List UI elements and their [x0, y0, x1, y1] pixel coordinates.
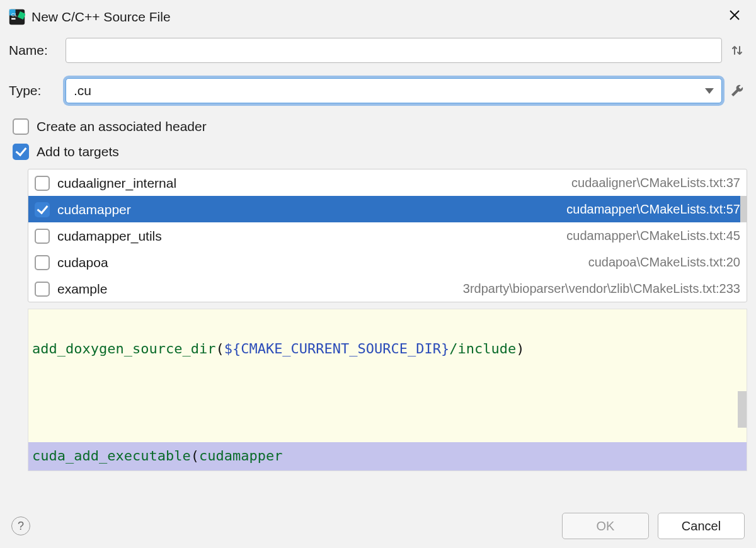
- dialog-footer: ? OK Cancel: [0, 504, 756, 548]
- chevron-down-icon: [705, 88, 714, 94]
- target-checkbox[interactable]: [35, 176, 50, 191]
- name-label: Name:: [9, 43, 66, 58]
- target-name: cudaaligner_internal: [57, 176, 571, 191]
- target-row[interactable]: example3rdparty\bioparser\vendor\zlib\CM…: [28, 275, 747, 302]
- app-icon: CL: [9, 9, 25, 25]
- target-checkbox[interactable]: [35, 202, 50, 217]
- close-icon[interactable]: [724, 6, 745, 28]
- create-header-label: Create an associated header: [37, 119, 207, 134]
- target-checkbox[interactable]: [35, 255, 50, 270]
- target-row[interactable]: cudamapper_utilscudamapper\CMakeLists.tx…: [28, 222, 747, 249]
- name-row: Name:: [9, 38, 747, 63]
- type-row: Type: .cu: [9, 78, 747, 103]
- targets-list: cudaaligner_internalcudaaligner\CMakeLis…: [28, 169, 747, 302]
- code-fn: add_doxygen_source_dir: [32, 341, 215, 357]
- form-area: Name: Type: .cu Create an associated hea…: [0, 38, 756, 160]
- target-name: cudamapper: [57, 202, 566, 217]
- type-value: .cu: [74, 83, 705, 98]
- target-path: cudamapper\CMakeLists.txt:45: [566, 229, 740, 243]
- svg-rect-3: [11, 18, 16, 20]
- sort-arrows-icon[interactable]: [727, 43, 747, 57]
- add-to-targets-checkbox[interactable]: [13, 144, 29, 160]
- help-icon[interactable]: ?: [11, 517, 30, 535]
- svg-text:CL: CL: [11, 12, 17, 18]
- target-path: 3rdparty\bioparser\vendor\zlib\CMakeList…: [463, 282, 740, 296]
- titlebar: CL New C/C++ Source File: [0, 0, 756, 38]
- type-combobox[interactable]: .cu: [66, 78, 722, 103]
- target-path: cudaaligner\CMakeLists.txt:37: [571, 176, 740, 190]
- name-input[interactable]: [66, 38, 722, 63]
- code-scrollbar[interactable]: [738, 391, 747, 428]
- target-name: cudapoa: [57, 255, 588, 270]
- add-to-targets-label: Add to targets: [37, 144, 119, 159]
- target-row[interactable]: cudamappercudamapper\CMakeLists.txt:57: [28, 196, 747, 222]
- target-path: cudapoa\CMakeLists.txt:20: [588, 255, 740, 270]
- target-name: cudamapper_utils: [57, 229, 566, 244]
- target-checkbox[interactable]: [35, 282, 50, 297]
- target-row[interactable]: cudaaligner_internalcudaaligner\CMakeLis…: [28, 169, 747, 196]
- targets-scrollbar[interactable]: [740, 196, 747, 222]
- cancel-button[interactable]: Cancel: [658, 513, 745, 539]
- target-path: cudamapper\CMakeLists.txt:57: [566, 202, 740, 217]
- add-to-targets-row[interactable]: Add to targets: [13, 144, 747, 160]
- wrench-icon[interactable]: [727, 83, 747, 98]
- create-header-row[interactable]: Create an associated header: [13, 118, 747, 135]
- target-checkbox[interactable]: [35, 229, 50, 244]
- type-label: Type:: [9, 83, 66, 98]
- target-name: example: [57, 282, 463, 297]
- ok-button[interactable]: OK: [562, 513, 649, 539]
- target-row[interactable]: cudapoacudapoa\CMakeLists.txt:20: [28, 249, 747, 275]
- cmake-preview[interactable]: add_doxygen_source_dir(${CMAKE_CURRENT_S…: [28, 309, 747, 471]
- create-header-checkbox[interactable]: [13, 118, 29, 135]
- dialog-title: New C/C++ Source File: [32, 9, 724, 25]
